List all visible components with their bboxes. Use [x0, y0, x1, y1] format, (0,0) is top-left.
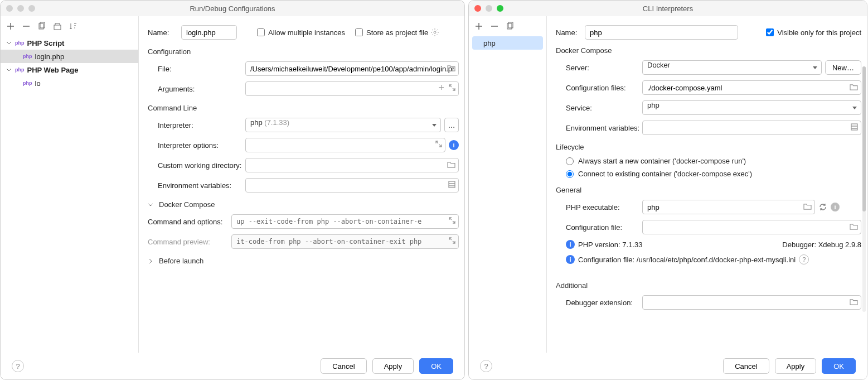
- interpreter-list: php: [469, 34, 546, 52]
- debugger-ext-input[interactable]: [642, 295, 861, 310]
- env-vars-label: Environment variables:: [148, 181, 245, 190]
- add-icon[interactable]: [474, 22, 483, 31]
- folder-icon[interactable]: [447, 64, 455, 71]
- apply-button[interactable]: Apply: [372, 358, 414, 374]
- titlebar: Run/Debug Configurations: [1, 1, 464, 16]
- zoom-window-icon[interactable]: [28, 5, 35, 12]
- plus-icon[interactable]: [438, 84, 444, 90]
- ok-button[interactable]: OK: [419, 358, 453, 374]
- folder-icon[interactable]: [447, 161, 455, 168]
- arguments-label: Arguments:: [148, 85, 245, 93]
- cancel-button[interactable]: Cancel: [321, 358, 366, 374]
- refresh-icon[interactable]: [818, 203, 827, 211]
- help-button[interactable]: ?: [480, 360, 492, 372]
- list-icon[interactable]: [448, 181, 455, 188]
- interpreter-sidebar: php: [469, 16, 547, 379]
- service-select[interactable]: php: [642, 100, 861, 115]
- zoom-window-icon[interactable]: [497, 5, 503, 12]
- config-sidebar: php PHP Script php login.php php PHP Web…: [1, 16, 139, 379]
- server-select[interactable]: Docker: [642, 60, 822, 75]
- lifecycle-run-radio[interactable]: Always start a new container ('docker-co…: [556, 157, 861, 165]
- minimize-window-icon[interactable]: [17, 5, 24, 12]
- allow-multiple-checkbox[interactable]: Allow multiple instances: [257, 28, 345, 37]
- store-project-checkbox[interactable]: Store as project file: [355, 28, 428, 37]
- tree-group-php-script[interactable]: php PHP Script: [1, 36, 138, 50]
- svg-point-3: [434, 31, 436, 33]
- help-button[interactable]: ?: [12, 360, 24, 372]
- server-new-button[interactable]: New…: [825, 60, 861, 75]
- interpreter-options-input[interactable]: [245, 138, 445, 152]
- apply-button[interactable]: Apply: [775, 358, 817, 374]
- chevron-right-icon: [148, 258, 153, 264]
- before-launch-section[interactable]: Before launch: [148, 257, 459, 265]
- general-section: General: [556, 186, 861, 194]
- config-file-path-text: Configuration file: /usr/local/etc/php/c…: [578, 256, 796, 264]
- env-vars-input[interactable]: [642, 121, 861, 135]
- cancel-button[interactable]: Cancel: [723, 358, 769, 374]
- minimize-window-icon[interactable]: [486, 5, 492, 12]
- cmd-options-label: Command and options:: [148, 218, 231, 226]
- sort-icon[interactable]: [69, 22, 77, 31]
- ok-button[interactable]: OK: [822, 358, 856, 374]
- config-file-input[interactable]: [642, 220, 861, 234]
- expand-icon[interactable]: [449, 237, 455, 244]
- copy-icon[interactable]: [506, 22, 515, 31]
- scrollbar[interactable]: [862, 66, 866, 312]
- tree-item-lo[interactable]: php lo: [1, 76, 138, 90]
- env-vars-input[interactable]: [245, 178, 459, 193]
- tree-group-php-web[interactable]: php PHP Web Page: [1, 63, 138, 76]
- expand-icon[interactable]: [449, 217, 455, 224]
- info-icon[interactable]: i: [831, 203, 840, 211]
- window-controls: [474, 5, 503, 12]
- configuration-section: Configuration: [148, 47, 459, 56]
- info-icon[interactable]: i: [449, 140, 459, 150]
- cmd-options-input[interactable]: [231, 214, 459, 229]
- docker-compose-section[interactable]: Docker Compose: [148, 200, 459, 209]
- titlebar: CLI Interpreters: [469, 1, 867, 16]
- expand-icon[interactable]: [449, 84, 455, 91]
- folder-icon[interactable]: [850, 223, 858, 230]
- expand-icon[interactable]: [435, 141, 442, 147]
- php-icon: php: [23, 80, 32, 86]
- gear-icon[interactable]: [430, 28, 439, 37]
- interpreter-item-php[interactable]: php: [472, 36, 543, 50]
- name-input[interactable]: [181, 25, 237, 40]
- add-icon[interactable]: [6, 22, 15, 31]
- php-icon: php: [23, 54, 32, 59]
- folder-icon[interactable]: [850, 298, 858, 305]
- config-tree: php PHP Script php login.php php PHP Web…: [1, 34, 138, 92]
- copy-icon[interactable]: [37, 22, 46, 31]
- name-label: Name:: [556, 28, 585, 37]
- folder-icon[interactable]: [850, 83, 858, 90]
- cmd-preview-output: [231, 234, 459, 249]
- list-icon[interactable]: [851, 123, 858, 131]
- file-label: File:: [148, 65, 245, 73]
- remove-icon[interactable]: [22, 22, 31, 31]
- lifecycle-section: Lifecycle: [556, 143, 861, 151]
- tree-item-login[interactable]: php login.php: [1, 50, 138, 63]
- close-window-icon[interactable]: [6, 5, 13, 12]
- svg-rect-7: [851, 124, 857, 130]
- config-files-input[interactable]: [642, 80, 861, 95]
- close-window-icon[interactable]: [474, 5, 481, 12]
- interpreter-browse-button[interactable]: …: [444, 118, 459, 132]
- dialog-footer: ? Cancel Apply OK: [469, 353, 867, 379]
- visible-only-checkbox[interactable]: Visible only for this project: [766, 28, 861, 37]
- window-title: Run/Debug Configurations: [190, 4, 275, 13]
- lifecycle-exec-radio[interactable]: Connect to existing container ('docker-c…: [556, 170, 861, 178]
- folder-icon[interactable]: [803, 203, 812, 210]
- sidebar-toolbar: [469, 20, 546, 34]
- interpreter-options-label: Interpreter options:: [148, 141, 245, 150]
- interpreter-select[interactable]: php (7.1.33): [245, 118, 441, 132]
- custom-wd-input[interactable]: [245, 158, 459, 172]
- window-controls: [6, 5, 35, 12]
- php-exec-input[interactable]: [642, 200, 815, 214]
- remove-icon[interactable]: [490, 22, 499, 31]
- file-input[interactable]: [245, 61, 459, 76]
- arguments-input[interactable]: [245, 81, 459, 96]
- save-templates-icon[interactable]: [53, 22, 62, 31]
- name-input[interactable]: [585, 25, 738, 40]
- help-icon[interactable]: ?: [799, 254, 809, 264]
- php-exec-label: PHP executable:: [556, 203, 642, 211]
- chevron-down-icon: [148, 202, 153, 208]
